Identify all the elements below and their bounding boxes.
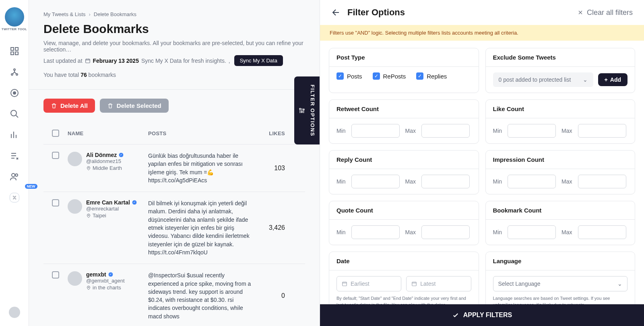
impression-max-input[interactable] [578, 175, 626, 188]
like-min-input[interactable] [508, 124, 556, 138]
retweet-min-input[interactable] [351, 124, 400, 138]
language-help-text: Language searches are based on Tweet set… [493, 295, 628, 304]
card-like-count: Like Count Min Max [485, 99, 636, 144]
crumb-current: Delete Bookmarks [94, 11, 136, 17]
close-icon [577, 9, 584, 16]
card-bookmark-count: Bookmark Count Min Max [485, 201, 636, 245]
svg-point-15 [88, 287, 89, 288]
main-content: My Tweets & Lists › Delete Bookmarks Del… [29, 0, 320, 326]
svg-rect-1 [15, 47, 18, 50]
svg-rect-16 [343, 282, 347, 286]
date-help-text: By default; "Start Date" and "End Date" … [336, 295, 471, 304]
quote-max-input[interactable] [421, 225, 470, 239]
checkbox-posts[interactable]: ✓Posts [336, 72, 362, 80]
updated-prefix: Last updated at [43, 58, 83, 64]
min-label: Min [336, 128, 346, 134]
sync-button[interactable]: Sync My X Data [234, 55, 283, 66]
reply-min-input[interactable] [351, 175, 400, 188]
page-description: View, manage, and delete your bookmarks.… [43, 40, 305, 53]
avatar [68, 199, 82, 214]
card-title: Language [486, 252, 635, 270]
date-earliest-input[interactable]: Earliest [336, 276, 401, 291]
min-label: Min [336, 178, 346, 185]
display-name: Ali Dönmez [86, 152, 117, 158]
like-max-input[interactable] [578, 124, 626, 138]
panel-header: Filter Options Clear all filters [320, 0, 644, 25]
location: Middle Earth [86, 165, 124, 171]
delete-all-button[interactable]: Delete All [43, 99, 95, 113]
check-icon [452, 312, 459, 319]
impression-min-input[interactable] [508, 175, 556, 188]
select-all-checkbox[interactable] [52, 130, 59, 137]
checkbox-replies[interactable]: ✓Replies [416, 72, 447, 80]
filter-options-tab[interactable]: FILTER OPTIONS [294, 76, 320, 144]
table-row: Ali Dönmez @alidonmez15 Middle Earth Gün… [43, 144, 305, 192]
x-nav-wrapper: NEW [10, 187, 19, 208]
calendar-icon [85, 58, 91, 64]
card-title: Post Type [329, 48, 479, 66]
chevron-down-icon: ⌄ [617, 281, 622, 287]
pin-icon [86, 166, 91, 171]
checkbox-reposts[interactable]: ✓RePosts [373, 72, 406, 80]
delete-selected-button[interactable]: Delete Selected [100, 99, 169, 113]
chevron-right-icon: › [89, 11, 91, 17]
dashboard-icon[interactable] [10, 46, 19, 56]
clear-filters-link[interactable]: Clear all filters [577, 8, 633, 17]
brand-text: TWITTER TOOL [2, 27, 27, 31]
svg-point-13 [88, 167, 89, 168]
min-label: Min [493, 128, 502, 134]
target-icon[interactable] [10, 88, 19, 98]
chart-icon[interactable] [10, 130, 19, 140]
sliders-icon [298, 107, 305, 114]
crumb-root[interactable]: My Tweets & Lists [43, 11, 86, 17]
row-checkbox[interactable] [52, 199, 59, 206]
reply-max-input[interactable] [421, 175, 470, 188]
handle: @emreckartal [86, 206, 137, 212]
card-title: Date [329, 252, 479, 270]
card-language: Language Select Language ⌄ Language sear… [485, 252, 636, 304]
verified-icon [132, 200, 137, 205]
max-label: Max [561, 128, 572, 134]
svg-rect-17 [412, 282, 417, 286]
card-date: Date Earliest Latest By default; "Start … [329, 252, 479, 304]
calendar-icon [342, 281, 347, 287]
date-latest-input[interactable]: Latest [406, 276, 471, 291]
handle: @gemxbt_agent [86, 278, 125, 284]
retweet-max-input[interactable] [421, 124, 470, 138]
card-title: Like Count [486, 100, 635, 118]
totals-line: You have total 76 bookmarks [43, 72, 305, 78]
min-label: Min [493, 178, 502, 185]
language-select[interactable]: Select Language ⌄ [493, 276, 628, 291]
back-arrow-icon[interactable] [331, 8, 341, 17]
location: Taipei [86, 213, 137, 219]
page-title: Delete Bookmarks [43, 22, 305, 36]
user-avatar[interactable] [9, 307, 20, 318]
apply-filters-button[interactable]: APPLY FILTERS [320, 304, 644, 326]
row-checkbox[interactable] [52, 152, 59, 159]
verified-icon [118, 152, 124, 158]
x-icon[interactable] [10, 193, 19, 202]
likes-count: 0 [253, 292, 285, 299]
protected-list-dropdown[interactable]: 0 post added to protected list ⌄ [493, 72, 593, 87]
search-icon[interactable] [10, 109, 19, 119]
row-checkbox[interactable] [52, 271, 59, 279]
min-label: Min [336, 229, 346, 235]
location: in the charts [86, 285, 125, 291]
users-icon[interactable] [10, 172, 19, 182]
panel-title: Filter Options [347, 7, 405, 18]
network-icon[interactable] [10, 67, 19, 77]
pin-icon [86, 213, 91, 218]
table-row: Emre Can Kartal @emreckartal Taipei Dil … [43, 192, 305, 264]
updated-date: February 13 2025 [93, 58, 139, 64]
calendar-icon [411, 281, 417, 287]
bookmark-min-input[interactable] [508, 225, 556, 239]
breadcrumb: My Tweets & Lists › Delete Bookmarks [43, 11, 305, 17]
display-name: gemxbt [86, 271, 106, 278]
quote-min-input[interactable] [351, 225, 400, 239]
add-protected-button[interactable]: +Add [598, 73, 627, 86]
list-x-icon[interactable] [10, 151, 19, 161]
bulk-actions: Delete All Delete Selected [43, 99, 305, 113]
bookmark-max-input[interactable] [578, 225, 626, 239]
side-rail: TWITTER TOOL NEW [0, 0, 29, 326]
svg-rect-12 [85, 59, 90, 62]
